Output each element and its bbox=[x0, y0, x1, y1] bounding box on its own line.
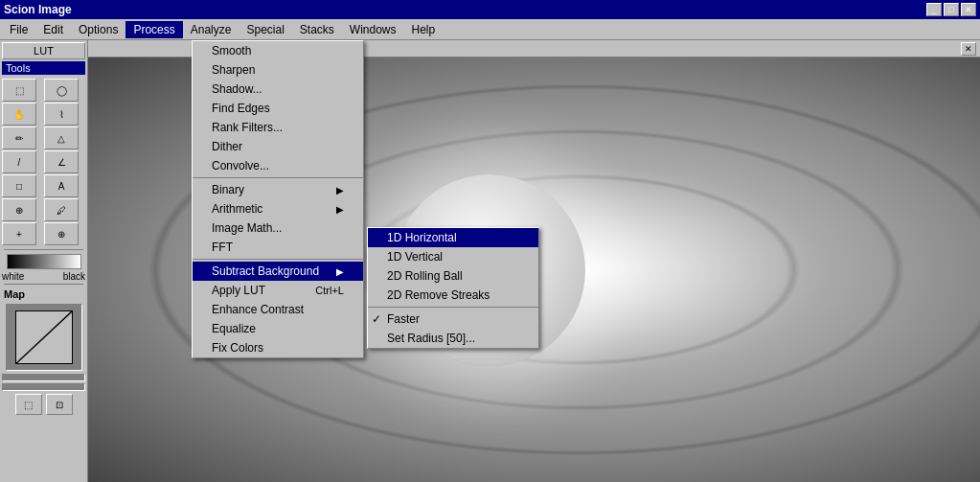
slider-row-1 bbox=[0, 373, 87, 382]
tool-cross[interactable]: + bbox=[2, 222, 36, 245]
submenu-1d-horizontal[interactable]: 1D Horizontal bbox=[368, 228, 538, 247]
menu-bar: File Edit Options Process Analyze Specia… bbox=[0, 19, 980, 40]
menu-fix-colors[interactable]: Fix Colors bbox=[193, 338, 363, 357]
maximize-button[interactable]: □ bbox=[944, 3, 959, 16]
lut-label: LUT bbox=[2, 42, 85, 59]
menu-sharpen[interactable]: Sharpen bbox=[193, 60, 363, 80]
tool-eyedrop[interactable]: 🖊 bbox=[44, 198, 79, 221]
black-label: black bbox=[63, 271, 85, 282]
toolbar-bottom-icons: ⬚ ⊡ bbox=[0, 392, 87, 417]
submenu-sep bbox=[368, 307, 538, 308]
menu-binary[interactable]: Binary ▶ bbox=[193, 180, 363, 199]
tool-line[interactable]: / bbox=[2, 150, 36, 173]
tool-lasso[interactable]: ⌇ bbox=[44, 103, 79, 126]
tool-magnify[interactable]: ⊕ bbox=[2, 198, 36, 221]
menu-equalize[interactable]: Equalize bbox=[193, 319, 363, 338]
title-bar: Scion Image _ □ ✕ bbox=[0, 0, 980, 19]
submenu-set-radius[interactable]: Set Radius [50]... bbox=[368, 329, 538, 348]
color-labels: white black bbox=[0, 271, 87, 282]
gradient-bar bbox=[7, 254, 81, 269]
tool-select-rect[interactable]: ⬚ bbox=[2, 79, 36, 102]
white-label: white bbox=[2, 271, 24, 282]
minimize-button[interactable]: _ bbox=[926, 3, 942, 16]
menu-arithmetic[interactable]: Arithmetic ▶ bbox=[193, 199, 363, 218]
menu-subtract-background[interactable]: Subtract Background ▶ bbox=[193, 262, 363, 281]
binary-arrow: ▶ bbox=[336, 185, 344, 195]
subtract-background-arrow: ▶ bbox=[336, 266, 344, 277]
menu-sep-2 bbox=[193, 259, 363, 260]
submenu-faster[interactable]: Faster bbox=[368, 310, 538, 329]
subtract-background-submenu: 1D Horizontal 1D Vertical 2D Rolling Bal… bbox=[367, 227, 539, 349]
tools-label: Tools bbox=[2, 61, 85, 75]
tool-poly[interactable]: △ bbox=[44, 126, 79, 149]
menu-find-edges[interactable]: Find Edges bbox=[193, 99, 363, 118]
close-button[interactable]: ✕ bbox=[961, 3, 976, 16]
menu-convolve[interactable]: Convolve... bbox=[193, 156, 363, 175]
process-menu: Smooth Sharpen Shadow... Find Edges Rank… bbox=[192, 40, 364, 358]
menu-options[interactable]: Options bbox=[71, 21, 125, 38]
tool-pencil[interactable]: ✏ bbox=[2, 126, 36, 149]
menu-apply-lut[interactable]: Apply LUT Ctrl+L bbox=[193, 281, 363, 300]
submenu-2d-remove-streaks[interactable]: 2D Remove Streaks bbox=[368, 286, 538, 305]
tool-hand[interactable]: ✋ bbox=[2, 103, 36, 126]
menu-shadow[interactable]: Shadow... bbox=[193, 80, 363, 99]
menu-special[interactable]: Special bbox=[239, 21, 291, 38]
map-box bbox=[6, 304, 82, 371]
menu-image-math[interactable]: Image Math... bbox=[193, 218, 363, 238]
menu-help[interactable]: Help bbox=[404, 21, 444, 38]
main-area: LUT Tools ⬚ ◯ ✋ ⌇ ✏ △ / ∠ □ A ⊕ 🖊 + ⊕ wh… bbox=[0, 40, 980, 482]
map-box-inner bbox=[15, 310, 73, 364]
toolbar-divider-2 bbox=[4, 284, 83, 285]
slider-row-2 bbox=[0, 382, 87, 392]
tool-bottom-2[interactable]: ⊡ bbox=[46, 394, 73, 415]
menu-stacks[interactable]: Stacks bbox=[292, 21, 342, 38]
arithmetic-arrow: ▶ bbox=[336, 204, 344, 215]
tool-select-ellipse[interactable]: ◯ bbox=[44, 79, 79, 102]
menu-enhance-contrast[interactable]: Enhance Contrast bbox=[193, 300, 363, 319]
apply-lut-shortcut: Ctrl+L bbox=[315, 285, 344, 296]
menu-dither[interactable]: Dither bbox=[193, 137, 363, 156]
slider-1[interactable] bbox=[2, 374, 85, 381]
tool-eraser[interactable]: □ bbox=[2, 174, 36, 197]
menu-fft[interactable]: FFT bbox=[193, 238, 363, 257]
submenu-1d-vertical[interactable]: 1D Vertical bbox=[368, 247, 538, 266]
tool-text[interactable]: A bbox=[44, 174, 79, 197]
title-bar-controls: _ □ ✕ bbox=[926, 3, 976, 16]
tool-bottom-1[interactable]: ⬚ bbox=[15, 394, 42, 415]
toolbar-divider-1 bbox=[4, 249, 83, 250]
menu-sep-1 bbox=[193, 177, 363, 178]
image-close-button[interactable]: ✕ bbox=[961, 42, 976, 56]
menu-windows[interactable]: Windows bbox=[342, 21, 404, 38]
menu-file[interactable]: File bbox=[2, 21, 35, 38]
tool-crosshair[interactable]: ⊕ bbox=[44, 222, 79, 245]
menu-edit[interactable]: Edit bbox=[35, 21, 71, 38]
image-area: ✕ Smooth Sharpen Shadow... Find Edges Ra… bbox=[88, 40, 980, 482]
submenu-2d-rolling-ball[interactable]: 2D Rolling Ball bbox=[368, 266, 538, 286]
map-diagonal-line bbox=[16, 311, 72, 363]
slider-2[interactable] bbox=[2, 383, 85, 391]
menu-smooth[interactable]: Smooth bbox=[193, 41, 363, 60]
svg-line-0 bbox=[16, 311, 72, 363]
tool-grid: ⬚ ◯ ✋ ⌇ ✏ △ / ∠ □ A ⊕ 🖊 + ⊕ bbox=[0, 77, 87, 247]
menu-process[interactable]: Process bbox=[125, 21, 182, 38]
map-label: Map bbox=[0, 287, 87, 302]
menu-analyze[interactable]: Analyze bbox=[183, 21, 239, 38]
toolbar: LUT Tools ⬚ ◯ ✋ ⌇ ✏ △ / ∠ □ A ⊕ 🖊 + ⊕ wh… bbox=[0, 40, 88, 482]
menu-rank-filters[interactable]: Rank Filters... bbox=[193, 118, 363, 137]
tool-angle[interactable]: ∠ bbox=[44, 150, 79, 173]
app-title: Scion Image bbox=[4, 3, 72, 16]
